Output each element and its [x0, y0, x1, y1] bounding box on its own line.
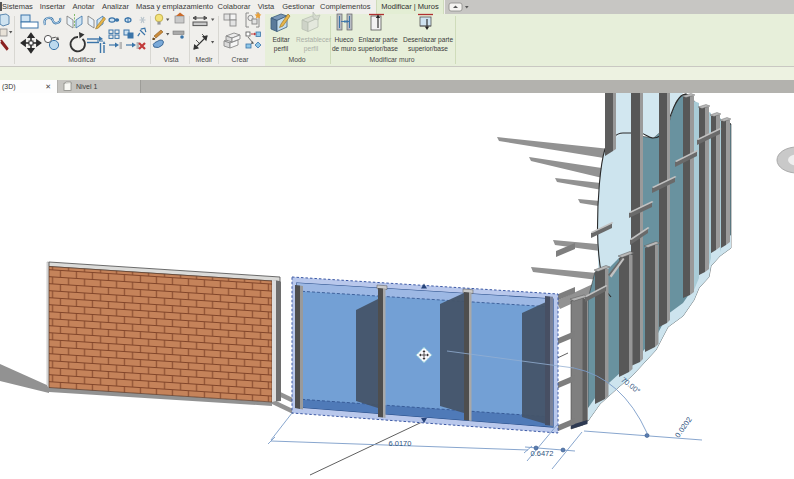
svg-text:0.0202: 0.0202 — [673, 415, 694, 439]
svg-text:0.6472: 0.6472 — [531, 449, 554, 458]
svg-text:6.0170: 6.0170 — [389, 439, 412, 448]
svg-text:70.00°: 70.00° — [619, 375, 642, 396]
